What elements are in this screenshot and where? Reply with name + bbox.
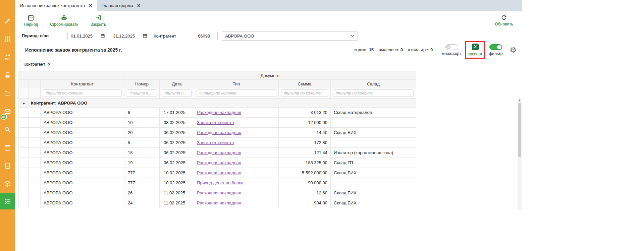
column-filter-warehouse[interactable] (333, 89, 414, 97)
table-row[interactable]: АВРОРА ООО1806.02.2025Расходная накладна… (19, 148, 416, 158)
column-header-number[interactable]: Номер (124, 80, 160, 88)
doc-type-link[interactable]: Расходная накладная (197, 190, 241, 195)
scroll-up-icon[interactable]: ▲ (518, 99, 521, 102)
cell-doc-type: Расходная накладная (194, 148, 279, 158)
row-select-cell (29, 168, 41, 178)
doc-type-link[interactable]: Заявка от клиента (197, 140, 234, 145)
calendar-icon[interactable] (100, 34, 105, 38)
vertical-scrollbar[interactable]: ▲ (518, 98, 522, 209)
doc-type-link[interactable]: Расходная накладная (197, 150, 241, 155)
column-filter-number[interactable] (127, 89, 157, 97)
exit-icon (95, 14, 102, 21)
table-row[interactable]: АВРОРА ООО506.02.2025Заявка от клиента17… (19, 138, 416, 148)
row-expand-cell (19, 158, 29, 168)
cell-number: 777 (124, 168, 160, 178)
column-filter-date[interactable] (162, 89, 192, 97)
doc-type-link[interactable]: Заявка от клиента (197, 120, 234, 125)
tab-report[interactable]: Исполнение заявок контрагента × (15, 0, 97, 11)
doc-type-link[interactable]: Расходная накладная (197, 110, 241, 115)
table-row[interactable]: АВРОРА ООО2611.02.2025Расходная накладна… (19, 188, 416, 198)
table-row[interactable]: АВРОРА ООО617.01.2025Расходная накладная… (19, 108, 416, 118)
group-row[interactable]: Контрагент: АВРОРА ООО (19, 99, 416, 108)
multi-sort-toggle[interactable] (445, 44, 458, 50)
sidebar-item-tasks[interactable] (0, 193, 15, 209)
column-filter-counterparty[interactable] (43, 89, 122, 97)
table-row[interactable]: АВРОРА ООО77710.02.2025Приход денег по б… (19, 178, 416, 188)
calendar-icon[interactable] (143, 34, 147, 38)
close-form-button[interactable]: Закрыть (91, 14, 106, 27)
row-select-cell (29, 118, 41, 128)
sidebar-item-folders[interactable] (0, 84, 15, 102)
column-header-counterparty[interactable]: Контрагент (41, 80, 124, 88)
table-row[interactable]: АВРОРА ООО1003.02.2025Заявка от клиента1… (19, 118, 416, 128)
cell-number: 6 (124, 108, 160, 118)
title-row: Исполнение заявок контрагента за 2025 г.… (15, 42, 522, 58)
header-blank-cell (19, 71, 124, 80)
generate-button[interactable]: Сформировать (50, 14, 78, 27)
cell-doc-type: Расходная накладная (194, 168, 279, 178)
doc-type-link[interactable]: Расходная накладная (197, 160, 241, 165)
print-icon (4, 72, 11, 79)
export-button[interactable]: X экспорт (468, 44, 483, 56)
counterparty-code-input[interactable] (195, 32, 218, 40)
column-filter-amount[interactable] (281, 89, 328, 97)
selected-counterparty: АВРОРА ООО (225, 34, 254, 39)
cell-number: 24 (124, 198, 160, 208)
doc-type-link[interactable]: Расходная накладная (197, 200, 241, 205)
row-expand-cell (19, 178, 29, 188)
cell-amount: 188 325.00 (279, 158, 331, 168)
filter-toggle[interactable] (489, 44, 502, 50)
sidebar-item-modules[interactable] (0, 30, 15, 48)
column-filter-row (19, 88, 416, 99)
doc-type-link[interactable]: Расходная накладная (197, 130, 241, 135)
cell-date: 06.02.2025 (160, 128, 194, 138)
refresh-button[interactable]: Обновить (495, 14, 513, 26)
period-button[interactable]: Период (24, 14, 38, 27)
settings-gear-icon[interactable]: ⚙ (509, 46, 517, 54)
sidebar-item-book[interactable] (0, 156, 15, 175)
group-chip-counterparty[interactable]: Контрагент × (20, 60, 54, 69)
scrollbar-thumb[interactable] (518, 103, 521, 157)
close-icon[interactable]: × (89, 3, 92, 8)
chip-remove-icon[interactable]: × (48, 62, 51, 67)
filter-control[interactable]: фильтр (489, 44, 502, 56)
sidebar-item-print[interactable] (0, 66, 15, 84)
cell-warehouse: Склад БИХ (331, 188, 416, 198)
doc-type-link[interactable]: Приход денег по банку (197, 180, 243, 185)
close-icon[interactable]: × (137, 3, 140, 8)
cell-number: 20 (124, 128, 160, 138)
tab-main-form[interactable]: Главная форма × (97, 0, 145, 11)
row-select-cell (29, 188, 41, 198)
column-filter-type[interactable] (197, 89, 276, 97)
period-range-label: Период: с/по (22, 34, 49, 38)
cell-number: 5 (124, 138, 160, 148)
sidebar-item-calendar[interactable] (0, 138, 15, 156)
group-collapse-cell[interactable] (19, 99, 29, 108)
cell-warehouse (331, 118, 416, 128)
doc-type-link[interactable]: Расходная накладная (197, 170, 241, 175)
table-row[interactable]: АВРОРА ООО2411.02.2025Расходная накладна… (19, 198, 416, 208)
column-header-amount[interactable]: Сумма (279, 80, 331, 88)
sidebar-item-mail[interactable]: 31 (0, 102, 15, 120)
sidebar-item-edit[interactable] (0, 12, 15, 30)
column-header-warehouse[interactable]: Склад (331, 80, 416, 88)
counterparty-select[interactable]: АВРОРА ООО (222, 32, 358, 41)
sidebar-item-search[interactable] (0, 120, 15, 138)
column-header-date[interactable]: Дата (160, 80, 194, 88)
tab-bar: Исполнение заявок контрагента × Главная … (15, 0, 522, 11)
tasks-icon (4, 198, 11, 205)
cell-counterparty: АВРОРА ООО (41, 118, 124, 128)
mail-unread-badge: 31 (1, 114, 7, 120)
toolbar: Период Сформировать Закрыть Обновить (15, 11, 522, 30)
sidebar-item-sync[interactable] (0, 48, 15, 66)
table-row[interactable]: АВРОРА ООО1906.02.2025Расходная накладна… (19, 158, 416, 168)
cell-warehouse: Склад ГП (331, 158, 416, 168)
table-row[interactable]: АВРОРА ООО2006.02.2025Расходная накладна… (19, 128, 416, 138)
cell-doc-type: Расходная накладная (194, 128, 279, 138)
multi-sort-control[interactable]: множ.сорт. (442, 44, 462, 56)
row-select-cell (29, 148, 41, 158)
sidebar-item-catalog[interactable] (0, 175, 15, 193)
column-header-type[interactable]: Тип (194, 80, 279, 88)
table-row[interactable]: АВРОРА ООО77710.02.2025Расходная накладн… (19, 168, 416, 178)
cell-doc-type: Расходная накладная (194, 108, 279, 118)
